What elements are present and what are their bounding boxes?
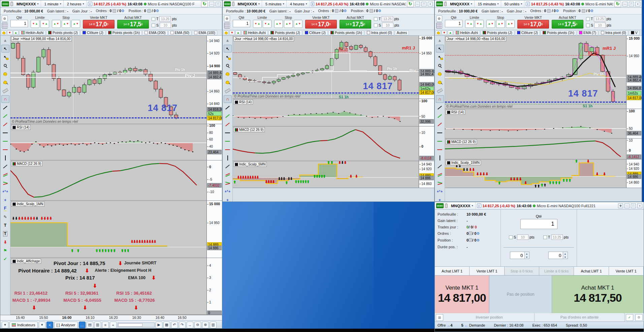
indicator-tab[interactable]: Points pivots (J) bbox=[268, 30, 302, 35]
range-dropdown[interactable]: 2 heures▾ bbox=[65, 0, 87, 7]
tool-hline-icon[interactable] bbox=[436, 129, 444, 137]
scroll-left-icon[interactable]: « bbox=[110, 322, 117, 328]
alert-bell-icon[interactable] bbox=[223, 30, 229, 35]
buy-market-button[interactable]: 14 817,50 bbox=[340, 20, 371, 29]
plot-area[interactable]: ⬇⬇⬇⬇⬇⬇⬇⬇⬇⬇⬇⬇⬇⬆⬆⬆⬆⬆⬆⬆⬆⬆⬆⬆⬆⬇⬇⬇⬇⬇⬇⬇⬇⬇⬇ bbox=[10, 201, 206, 258]
stop-order-button-3[interactable]: ▲▼ bbox=[294, 20, 302, 28]
info-icon[interactable]: i bbox=[526, 2, 530, 6]
order-settings-icon[interactable]: ⚙ bbox=[436, 15, 442, 22]
tool-check-icon[interactable]: ✓ bbox=[1, 255, 9, 263]
stop-order-button-3[interactable]: ▲▼ bbox=[71, 20, 80, 28]
buy-limit-order-button[interactable]: ▼▲ bbox=[465, 20, 474, 28]
info-icon[interactable]: i bbox=[311, 2, 314, 6]
indicator-tab[interactable]: Points pivots (1h) bbox=[541, 30, 576, 35]
scrollbar-thumb[interactable] bbox=[118, 323, 142, 327]
alert-bell-icon[interactable] bbox=[436, 30, 441, 35]
indicator-tab[interactable]: Points pivots (J) bbox=[481, 30, 514, 35]
spinner-1-input[interactable] bbox=[510, 252, 525, 259]
tool-ruler-icon[interactable] bbox=[1, 87, 9, 95]
orders-list-icon[interactable] bbox=[335, 9, 339, 13]
symbol-dropdown[interactable]: MNQXXXX▾ bbox=[449, 202, 476, 209]
qty-input[interactable] bbox=[445, 20, 462, 27]
price-axis[interactable]: 100-8,6118 bbox=[419, 126, 434, 161]
tool-magnifier-icon[interactable] bbox=[224, 62, 232, 69]
tool-scroll-up-icon[interactable]: ▲ bbox=[224, 36, 232, 44]
tool-segment-icon[interactable] bbox=[224, 162, 232, 170]
collapse-toggle[interactable]: ▾ bbox=[2, 322, 8, 328]
indicator-tab[interactable]: Points pivots (1h) bbox=[106, 30, 142, 35]
tool-plus-marks-icon[interactable]: + bbox=[1, 196, 9, 204]
close-button[interactable]: × bbox=[428, 2, 433, 6]
timeframe-dropdown[interactable]: 1 minute▾ bbox=[42, 0, 64, 7]
orders-list-icon[interactable] bbox=[547, 9, 551, 13]
range-dropdown[interactable]: 50 unités▾ bbox=[503, 0, 525, 7]
refresh-icon[interactable]: ↻ bbox=[407, 1, 414, 7]
maximize-button[interactable]: □ bbox=[421, 2, 426, 6]
tool-cursor-lock-icon[interactable]: ↖ bbox=[224, 53, 232, 61]
indicator-tab[interactable]: Heikin-Ashi bbox=[19, 30, 45, 35]
sell-market-button[interactable]: 14 817,00 bbox=[517, 20, 549, 29]
tool-cursor-icon[interactable]: ↖ bbox=[224, 45, 232, 52]
tool-bell-edit-icon[interactable]: ↖ bbox=[224, 78, 232, 86]
stop-order-button-2[interactable]: ▲▼ bbox=[62, 20, 70, 28]
plot-area[interactable] bbox=[10, 160, 206, 200]
tool-line-red-icon[interactable] bbox=[1, 120, 9, 128]
price-axis[interactable]: 15 00014 95014 889,4014 882,4714 840,001… bbox=[419, 36, 434, 99]
indicator-tab[interactable]: Clôture (J) bbox=[303, 30, 328, 35]
tool-cursor-icon[interactable]: ↖ bbox=[1, 45, 9, 52]
orderbook-icon[interactable]: ▦ bbox=[436, 314, 443, 321]
sell-arrow-icon[interactable]: ▼ bbox=[442, 30, 447, 35]
refresh-icon[interactable]: ↻ bbox=[201, 1, 208, 7]
indicator-tab[interactable]: Intra pivot (0) bbox=[599, 30, 628, 35]
info-icon[interactable]: i bbox=[477, 204, 481, 208]
plot-area[interactable] bbox=[233, 99, 419, 126]
stoploss-checkbox[interactable] bbox=[374, 24, 378, 27]
stop-order-button-2[interactable]: ▲▼ bbox=[284, 20, 293, 28]
timeframe-dropdown[interactable]: 5 minutes▾ bbox=[263, 0, 287, 7]
indicator-tab[interactable]: Heikin-Ashi bbox=[454, 30, 480, 35]
minimize-button[interactable]: — bbox=[415, 2, 420, 6]
indicateurs-button[interactable]: Indicateurs bbox=[9, 322, 38, 328]
indicator-tab[interactable]: Heikin-Ashi bbox=[242, 30, 268, 35]
comment-icon[interactable]: … bbox=[79, 322, 86, 328]
stoploss-checkbox[interactable] bbox=[586, 24, 590, 27]
alert-bell-icon[interactable] bbox=[1, 30, 6, 35]
tool-triangle-icon[interactable] bbox=[436, 179, 444, 187]
symbol-dropdown[interactable]: MNQXXXX▾ bbox=[14, 0, 41, 7]
tool-line-black-icon[interactable] bbox=[224, 104, 232, 111]
tool-fib-f-icon[interactable]: F bbox=[1, 205, 9, 212]
sell-arrow-icon[interactable]: ▼ bbox=[229, 30, 235, 35]
keyboard-icon[interactable] bbox=[224, 23, 230, 29]
sell-limit-order-button[interactable]: ▼▲ bbox=[40, 20, 49, 28]
position-list-icon[interactable] bbox=[369, 9, 373, 13]
list-icon[interactable] bbox=[469, 238, 472, 242]
gear-icon[interactable]: ⚙ bbox=[476, 231, 480, 236]
tool-hray-red-icon[interactable] bbox=[1, 146, 9, 153]
tool-fib-plus-icon[interactable]: +⁺+ bbox=[436, 188, 444, 195]
tool-segment-icon[interactable] bbox=[436, 162, 444, 170]
spinner-1-arrows[interactable]: ▲▼ bbox=[525, 252, 529, 259]
minimize-button[interactable]: — bbox=[624, 204, 630, 208]
target-input[interactable] bbox=[594, 16, 605, 22]
redo-icon[interactable]: ↷ bbox=[179, 322, 186, 328]
plot-area[interactable]: R1 1hmR1 JPiv 1hPiv JS1 1h14 817© ProRea… bbox=[233, 36, 419, 99]
undo-icon[interactable]: ↶ bbox=[171, 322, 178, 328]
chevron-down-icon[interactable]: ▾ bbox=[39, 322, 45, 328]
tool-line-black-icon[interactable] bbox=[1, 104, 9, 111]
price-axis[interactable]: 14 94014 92014 90014 86014 84014 889,421… bbox=[206, 36, 222, 124]
price-axis[interactable]: 0-5-10-7,4032 bbox=[206, 160, 222, 200]
indicator-tab[interactable]: EMA (200) bbox=[142, 30, 168, 35]
sell-market-button[interactable]: 14 817,00 bbox=[305, 20, 337, 29]
stop-order-button-1[interactable]: ▲▼ bbox=[274, 20, 283, 28]
stoploss-input[interactable] bbox=[160, 23, 171, 28]
tool-hray-red-icon[interactable] bbox=[436, 146, 444, 153]
gear-icon[interactable]: ⚙ bbox=[378, 9, 381, 13]
stop-order-button-3[interactable]: ▲▼ bbox=[506, 20, 515, 28]
stop-order-button-1[interactable]: ▲▼ bbox=[486, 20, 495, 28]
indicator-tab[interactable]: Points pivots (1h) bbox=[328, 30, 364, 35]
buy-market-big-button[interactable]: Achat MKT 1 14 817,50 bbox=[552, 275, 644, 313]
tool-hray-red-icon[interactable] bbox=[224, 146, 232, 153]
tool-line-black-icon[interactable] bbox=[436, 104, 444, 111]
tool-segment-icon[interactable] bbox=[1, 162, 9, 170]
position-list-icon[interactable] bbox=[147, 9, 151, 13]
